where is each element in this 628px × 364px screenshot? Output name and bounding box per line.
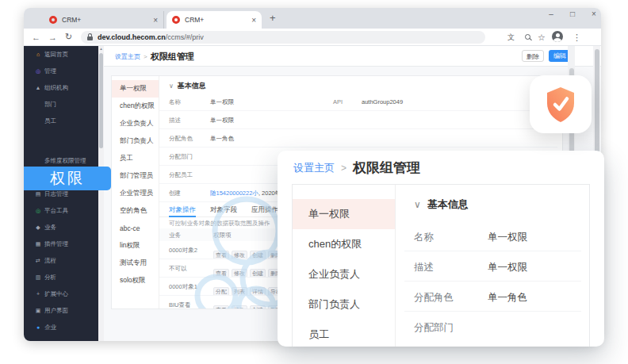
sidebar-item-label: 多维度权限管理 bbox=[44, 157, 86, 165]
window-close-button[interactable]: × bbox=[586, 10, 602, 18]
tab-close-icon[interactable]: × bbox=[153, 16, 158, 25]
field-value: 单一权限 bbox=[488, 261, 527, 274]
group-list-item[interactable]: 空的角色 bbox=[112, 202, 159, 220]
field-label: 描述 bbox=[169, 117, 181, 125]
permission-group-list: 单一权限chen的权限企业负责人部门负责人员工部门管理员企业管理员空的角色abc… bbox=[112, 76, 159, 308]
detail-tab[interactable]: 对象操作 bbox=[169, 203, 196, 217]
sidebar-item[interactable]: ● 企业 bbox=[24, 319, 98, 335]
field-value: 单一权限 bbox=[210, 117, 234, 124]
sidebar-item[interactable]: + 扩展中心 bbox=[24, 285, 98, 302]
breadcrumb-parent-link[interactable]: 设置主页 bbox=[115, 52, 140, 61]
browser-menu-icon[interactable]: ⋮ bbox=[572, 33, 581, 43]
extension-icon: + bbox=[33, 291, 43, 297]
sidebar-item-label: 用户界面 bbox=[44, 307, 68, 315]
padlock-icon[interactable] bbox=[87, 36, 93, 40]
sidebar-item[interactable]: ▥ 分析 bbox=[24, 269, 98, 285]
group-list-item[interactable]: 员工 bbox=[112, 150, 159, 167]
tab-description: 可控制业务对象的数据获取范围及操作 bbox=[169, 220, 270, 228]
field-label: 分配部门 bbox=[169, 153, 193, 161]
field-label: 分配角色 bbox=[414, 291, 454, 305]
field-link[interactable]: 随15420000222小 bbox=[210, 190, 258, 197]
analysis-icon: ▥ bbox=[33, 274, 43, 281]
sidebar-item[interactable]: 部门 bbox=[24, 96, 98, 113]
sidebar-item[interactable]: 员工 bbox=[24, 113, 98, 129]
field-label: 名称 bbox=[414, 231, 434, 244]
tab-title: CRM+ bbox=[62, 16, 150, 24]
sidebar-item-label: 员工 bbox=[44, 117, 56, 125]
sidebar-item[interactable]: ⌂ 返回首页 bbox=[24, 46, 98, 63]
sidebar-item[interactable]: ▲ 组织机构 bbox=[24, 79, 98, 96]
profile-avatar[interactable] bbox=[552, 31, 563, 42]
url-path: /ccms/#/priv bbox=[166, 33, 204, 41]
sidebar-item-permission-highlight[interactable]: 权限 bbox=[24, 167, 111, 190]
object-name: 0000对象2 bbox=[169, 247, 197, 255]
field-value-2: authGroup2049 bbox=[362, 98, 403, 105]
permission-detail-zoomed: ∨基本信息 名称 单一权限 描述 单一权限 分配角色 单一角色 分配部门 bbox=[396, 185, 589, 347]
field-label-2: API bbox=[333, 98, 343, 105]
url-domain: dev.cloud.hecom.cn bbox=[98, 33, 166, 41]
sidebar-item[interactable]: ◎ 平台工具 bbox=[24, 202, 98, 219]
detail-tab[interactable]: 对象字段 bbox=[210, 203, 237, 217]
group-list-item[interactable]: lin权限 bbox=[112, 237, 159, 255]
group-list-item[interactable]: 测试专用 bbox=[112, 255, 159, 272]
enterprise-icon: ● bbox=[33, 324, 43, 330]
group-list-item[interactable]: chen的权限 bbox=[293, 229, 395, 259]
basic-info-header[interactable]: ∨基本信息 bbox=[169, 81, 206, 91]
delete-button[interactable]: 删除 bbox=[522, 50, 544, 62]
scrollbar-thumb[interactable] bbox=[99, 53, 103, 148]
group-list-item[interactable]: 部门负责人 bbox=[112, 132, 159, 150]
field-row: 分配角色 单一角色 bbox=[404, 282, 581, 312]
crm-favicon bbox=[172, 16, 180, 24]
org-icon: ▲ bbox=[33, 85, 43, 90]
group-list-item[interactable]: abc-ce bbox=[112, 220, 159, 237]
permission-tag: 修改 bbox=[232, 269, 247, 278]
breadcrumb-parent-link[interactable]: 设置主页 bbox=[293, 161, 335, 175]
group-list-item[interactable]: 部门管理员 bbox=[112, 167, 159, 185]
sidebar-item-label: 扩展中心 bbox=[44, 290, 68, 298]
collapse-chevron-icon: ∨ bbox=[169, 82, 174, 90]
group-list-item[interactable]: 企业负责人 bbox=[112, 115, 159, 132]
permission-tag: 查看 bbox=[213, 251, 229, 259]
sidebar-item-label: 平台工具 bbox=[44, 207, 68, 215]
browser-tab-1[interactable]: CRM+ × bbox=[44, 11, 164, 29]
sidebar-item[interactable]: ▦ 插件管理 bbox=[24, 236, 98, 252]
field-row: 描述 单一权限 bbox=[404, 251, 581, 282]
back-icon[interactable]: ← bbox=[32, 33, 40, 42]
group-list-item[interactable]: chen的权限 bbox=[112, 98, 159, 115]
sidebar-item-label: 企业 bbox=[44, 324, 56, 331]
group-list-item[interactable]: 单一权限 bbox=[293, 199, 395, 229]
group-list-item[interactable]: 员工 bbox=[293, 320, 395, 347]
browser-tab-2-active[interactable]: CRM+ × bbox=[167, 11, 262, 29]
group-list-item[interactable]: 单一权限 bbox=[112, 80, 159, 98]
group-list-item[interactable]: 部门负责人 bbox=[293, 289, 395, 320]
column-header-business: 业务 bbox=[169, 232, 181, 239]
sidebar-item[interactable]: ◆ 业务 bbox=[24, 219, 98, 236]
flow-icon: ⇄ bbox=[33, 258, 43, 264]
window-minimize-button[interactable]: – bbox=[543, 10, 559, 18]
permission-tag: 创建 bbox=[250, 251, 266, 259]
tab-close-icon[interactable]: × bbox=[251, 16, 256, 25]
new-tab-button[interactable]: + bbox=[270, 12, 276, 24]
zoom-search-icon[interactable] bbox=[525, 34, 530, 40]
sidebar-menu: ⌂ 返回首页 ◎ 管理 ▲ 组织机构 部门 员工 多维度权限管理 ⊙ 数据 ▤ … bbox=[24, 46, 98, 341]
sidebar-item[interactable]: ◎ 管理 bbox=[24, 63, 98, 79]
forward-icon[interactable]: → bbox=[48, 33, 57, 42]
window-maximize-button[interactable]: □ bbox=[565, 10, 580, 18]
tab-title: CRM+ bbox=[185, 16, 248, 24]
group-list-item[interactable]: 企业负责人 bbox=[293, 259, 395, 289]
reload-icon[interactable]: ↻ bbox=[65, 32, 72, 42]
group-list-item[interactable]: 企业管理员 bbox=[112, 185, 159, 202]
group-list-item[interactable]: solo权限 bbox=[112, 272, 159, 289]
sidebar-item[interactable]: ⇄ 流程 bbox=[24, 252, 98, 269]
sidebar-scrollbar[interactable]: ▲ bbox=[98, 46, 104, 341]
basic-info-header[interactable]: ∨基本信息 bbox=[414, 197, 469, 212]
translate-icon[interactable]: 文 bbox=[507, 33, 515, 43]
sidebar-item[interactable]: ▣ 用户界面 bbox=[24, 302, 98, 319]
scrollbar-thumb[interactable] bbox=[595, 49, 599, 160]
field-row: 描述 单一权限 bbox=[159, 111, 557, 129]
bookmark-star-icon[interactable]: ☆ bbox=[538, 33, 546, 43]
address-bar[interactable]: dev.cloud.hecom.cn/ccms/#/priv bbox=[81, 31, 485, 44]
detail-tab[interactable]: 应用操作 bbox=[251, 203, 278, 217]
field-label: 分配角色 bbox=[169, 135, 193, 143]
security-badge bbox=[530, 75, 592, 133]
